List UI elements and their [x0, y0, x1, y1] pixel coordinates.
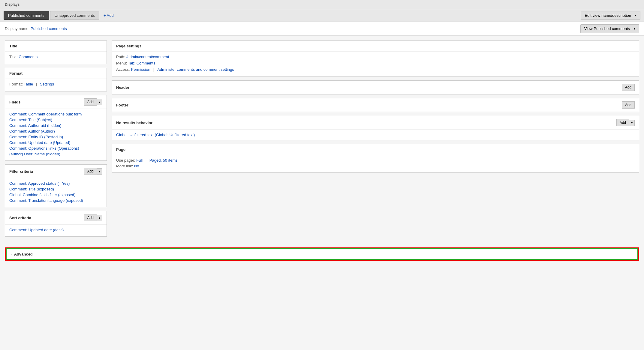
tab-unapproved-comments[interactable]: Unapproved comments: [50, 11, 99, 20]
filter-add-arrow[interactable]: ▾: [97, 168, 102, 175]
access-row: Access: Permission | Administer comments…: [116, 67, 635, 72]
no-results-add-button[interactable]: Add: [616, 119, 629, 126]
title-label: Title:: [9, 55, 18, 59]
header-section-header: Header Add: [112, 81, 639, 94]
list-item: Comment: Title (exposed): [9, 187, 102, 191]
pager-section: Pager Use pager: Full | Paged, 50 items …: [112, 144, 639, 173]
list-item: Comment: Author (Author): [9, 129, 102, 133]
format-section-heading: Format: [9, 71, 23, 76]
header-heading: Header: [116, 85, 129, 90]
list-item: Global: Combine fields filter (exposed): [9, 193, 102, 197]
title-link[interactable]: Comments: [19, 55, 38, 59]
fields-section-heading: Fields: [9, 100, 21, 104]
format-settings-link[interactable]: Settings: [40, 82, 54, 86]
field-link-1[interactable]: Comment: Title (Subject): [9, 118, 52, 122]
path-link[interactable]: /admin/content/comment: [126, 55, 169, 59]
format-separator: |: [36, 82, 37, 86]
title-row: Title: Comments: [9, 55, 102, 59]
pager-paged-link[interactable]: Paged, 50 items: [149, 158, 178, 163]
menu-link[interactable]: Tab: Comments: [128, 61, 155, 65]
filter-criteria-section: Filter criteria Add ▾ Comment: Approved …: [5, 164, 107, 207]
format-label: Format:: [9, 82, 23, 86]
sort-section-header: Sort criteria Add ▾: [5, 211, 107, 225]
sort-section-heading: Sort criteria: [9, 216, 31, 220]
filter-section-header: Filter criteria Add ▾: [5, 165, 107, 178]
footer-add-group: Add: [622, 101, 635, 109]
pager-heading: Pager: [116, 147, 127, 152]
title-section-heading: Title: [9, 44, 17, 48]
admin-comments-link[interactable]: Administer comments and comment settings: [157, 67, 234, 72]
sort-add-arrow[interactable]: ▾: [97, 215, 102, 221]
use-pager-row: Use pager: Full | Paged, 50 items: [116, 158, 635, 163]
advanced-header[interactable]: › Advanced: [6, 248, 638, 260]
no-results-link[interactable]: Global: Unfiltered text (Global: Unfilte…: [116, 133, 195, 137]
field-link-2[interactable]: Comment: Author uid (hidden): [9, 123, 61, 128]
filter-link-2[interactable]: Global: Combine fields filter (exposed): [9, 193, 75, 197]
pager-separator: |: [146, 158, 146, 163]
filter-add-button[interactable]: Add: [84, 168, 97, 175]
filter-section-body: Comment: Approved status (= Yes) Comment…: [5, 178, 107, 207]
field-link-6[interactable]: Comment: Operations links (Operations): [9, 146, 79, 151]
no-results-section: No results behavior Add ▾ Global: Unfilt…: [112, 116, 639, 140]
edit-view-dropdown-arrow[interactable]: ▾: [633, 14, 636, 17]
access-separator: |: [153, 67, 154, 72]
sort-link-0[interactable]: Comment: Updated date (desc): [9, 228, 64, 232]
page-settings-body: Path: /admin/content/comment Menu: Tab: …: [112, 52, 639, 76]
no-results-add-group: Add ▾: [616, 119, 635, 126]
list-item: (author) User: Name (hidden): [9, 152, 102, 156]
field-link-4[interactable]: Comment: Entity ID (Posted in): [9, 135, 63, 139]
title-section: Title Title: Comments: [5, 40, 107, 64]
pager-header: Pager: [112, 144, 639, 155]
fields-section: Fields Add ▾ Comment: Comment operations…: [5, 95, 107, 161]
page-settings-heading: Page settings: [116, 44, 142, 48]
displays-label: Displays: [0, 0, 644, 9]
list-item: Comment: Entity ID (Posted in): [9, 135, 102, 139]
fields-add-button[interactable]: Add: [84, 98, 97, 106]
format-section: Format Format: Table | Settings: [5, 68, 107, 91]
no-results-header: No results behavior Add ▾: [112, 116, 639, 130]
format-section-header: Format: [5, 68, 107, 79]
advanced-section: › Advanced: [5, 247, 639, 261]
field-link-3[interactable]: Comment: Author (Author): [9, 129, 55, 133]
fields-add-arrow[interactable]: ▾: [97, 99, 102, 105]
more-link-row: More link: No: [116, 164, 635, 168]
view-published-button[interactable]: View Published comments ▾: [580, 24, 639, 33]
filter-link-3[interactable]: Comment: Translation language (exposed): [9, 198, 83, 203]
path-row: Path: /admin/content/comment: [116, 55, 635, 59]
display-name-link[interactable]: Published comments: [31, 26, 67, 31]
footer-section: Footer Add: [112, 98, 639, 112]
tab-published-comments[interactable]: Published comments: [4, 11, 49, 20]
right-column: Page settings Path: /admin/content/comme…: [112, 40, 639, 240]
field-link-5[interactable]: Comment: Updated date (Updated): [9, 140, 70, 145]
filter-link-1[interactable]: Comment: Title (exposed): [9, 187, 54, 191]
pager-full-link[interactable]: Full: [136, 158, 143, 163]
more-link-no[interactable]: No: [134, 164, 139, 168]
footer-heading: Footer: [116, 103, 128, 107]
list-item: Comment: Translation language (exposed): [9, 198, 102, 203]
filter-link-0[interactable]: Comment: Approved status (= Yes): [9, 181, 70, 186]
sort-add-button[interactable]: Add: [84, 214, 97, 221]
use-pager-label: Use pager:: [116, 158, 135, 163]
header-add-button[interactable]: Add: [622, 84, 635, 91]
footer-add-button[interactable]: Add: [622, 101, 635, 109]
menu-label: Menu:: [116, 61, 127, 65]
format-section-body: Format: Table | Settings: [5, 79, 107, 91]
edit-view-name-button[interactable]: Edit view name/description ▾: [581, 11, 640, 20]
no-results-body: Global: Unfiltered text (Global: Unfilte…: [112, 130, 639, 140]
display-name-bar: Display name: Published comments View Pu…: [0, 22, 644, 36]
field-link-7[interactable]: (author) User: Name (hidden): [9, 152, 60, 156]
field-link-0[interactable]: Comment: Comment operations bulk form: [9, 112, 82, 116]
format-table-link[interactable]: Table: [24, 82, 33, 86]
permission-link[interactable]: Permission: [131, 67, 150, 72]
view-published-dropdown-arrow[interactable]: ▾: [632, 27, 635, 30]
no-results-add-arrow[interactable]: ▾: [629, 120, 635, 126]
fields-section-header: Fields Add ▾: [5, 95, 107, 109]
advanced-chevron: ›: [11, 253, 12, 256]
filter-add-group: Add ▾: [84, 168, 102, 175]
tab-add-button[interactable]: + Add: [101, 11, 117, 19]
tabs-bar: Published comments Unapproved comments +…: [0, 9, 644, 22]
format-row: Format: Table | Settings: [9, 82, 102, 86]
footer-section-header: Footer Add: [112, 98, 639, 112]
no-results-heading: No results behavior: [116, 121, 152, 125]
display-name-label: Display name:: [5, 26, 29, 31]
